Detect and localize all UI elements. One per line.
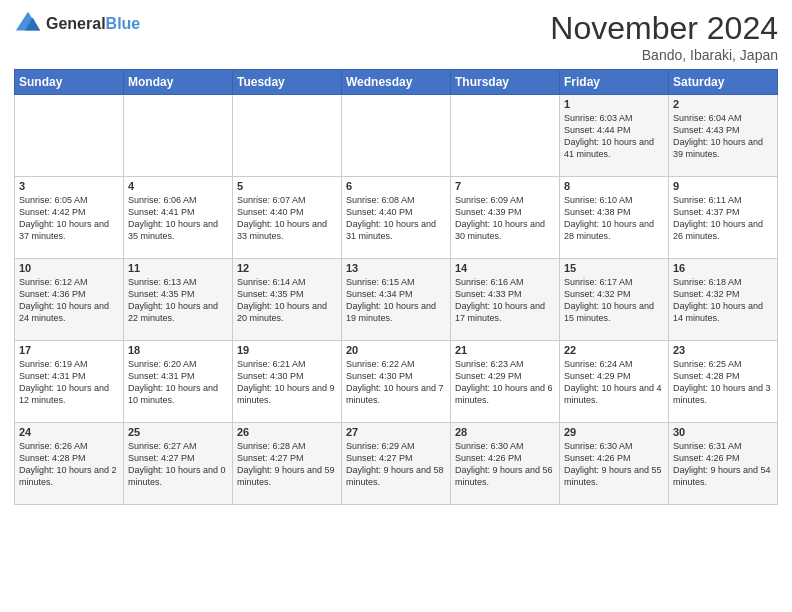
- day-info: Sunrise: 6:24 AM Sunset: 4:29 PM Dayligh…: [564, 358, 664, 407]
- day-number: 24: [19, 426, 119, 438]
- col-tuesday: Tuesday: [233, 70, 342, 95]
- day-info: Sunrise: 6:14 AM Sunset: 4:35 PM Dayligh…: [237, 276, 337, 325]
- logo-line2: Blue: [106, 15, 141, 32]
- cell-2-3: 13Sunrise: 6:15 AM Sunset: 4:34 PM Dayli…: [342, 259, 451, 341]
- col-sunday: Sunday: [15, 70, 124, 95]
- cell-0-0: [15, 95, 124, 177]
- day-number: 18: [128, 344, 228, 356]
- day-info: Sunrise: 6:04 AM Sunset: 4:43 PM Dayligh…: [673, 112, 773, 161]
- day-number: 27: [346, 426, 446, 438]
- day-info: Sunrise: 6:18 AM Sunset: 4:32 PM Dayligh…: [673, 276, 773, 325]
- cell-2-5: 15Sunrise: 6:17 AM Sunset: 4:32 PM Dayli…: [560, 259, 669, 341]
- day-number: 4: [128, 180, 228, 192]
- day-number: 7: [455, 180, 555, 192]
- cell-0-2: [233, 95, 342, 177]
- location: Bando, Ibaraki, Japan: [550, 47, 778, 63]
- day-info: Sunrise: 6:25 AM Sunset: 4:28 PM Dayligh…: [673, 358, 773, 407]
- week-row-4: 24Sunrise: 6:26 AM Sunset: 4:28 PM Dayli…: [15, 423, 778, 505]
- day-info: Sunrise: 6:23 AM Sunset: 4:29 PM Dayligh…: [455, 358, 555, 407]
- cell-1-4: 7Sunrise: 6:09 AM Sunset: 4:39 PM Daylig…: [451, 177, 560, 259]
- day-info: Sunrise: 6:07 AM Sunset: 4:40 PM Dayligh…: [237, 194, 337, 243]
- col-monday: Monday: [124, 70, 233, 95]
- day-info: Sunrise: 6:03 AM Sunset: 4:44 PM Dayligh…: [564, 112, 664, 161]
- page-container: GeneralBlue November 2024 Bando, Ibaraki…: [0, 0, 792, 515]
- cell-0-4: [451, 95, 560, 177]
- day-info: Sunrise: 6:06 AM Sunset: 4:41 PM Dayligh…: [128, 194, 228, 243]
- day-number: 16: [673, 262, 773, 274]
- day-number: 20: [346, 344, 446, 356]
- day-info: Sunrise: 6:10 AM Sunset: 4:38 PM Dayligh…: [564, 194, 664, 243]
- day-number: 28: [455, 426, 555, 438]
- day-number: 30: [673, 426, 773, 438]
- day-info: Sunrise: 6:08 AM Sunset: 4:40 PM Dayligh…: [346, 194, 446, 243]
- header: GeneralBlue November 2024 Bando, Ibaraki…: [14, 10, 778, 63]
- day-number: 23: [673, 344, 773, 356]
- day-info: Sunrise: 6:28 AM Sunset: 4:27 PM Dayligh…: [237, 440, 337, 489]
- week-row-2: 10Sunrise: 6:12 AM Sunset: 4:36 PM Dayli…: [15, 259, 778, 341]
- cell-1-1: 4Sunrise: 6:06 AM Sunset: 4:41 PM Daylig…: [124, 177, 233, 259]
- col-friday: Friday: [560, 70, 669, 95]
- day-info: Sunrise: 6:12 AM Sunset: 4:36 PM Dayligh…: [19, 276, 119, 325]
- col-thursday: Thursday: [451, 70, 560, 95]
- day-number: 25: [128, 426, 228, 438]
- day-info: Sunrise: 6:09 AM Sunset: 4:39 PM Dayligh…: [455, 194, 555, 243]
- day-number: 6: [346, 180, 446, 192]
- month-title: November 2024: [550, 10, 778, 47]
- day-number: 1: [564, 98, 664, 110]
- day-info: Sunrise: 6:17 AM Sunset: 4:32 PM Dayligh…: [564, 276, 664, 325]
- week-row-3: 17Sunrise: 6:19 AM Sunset: 4:31 PM Dayli…: [15, 341, 778, 423]
- day-number: 14: [455, 262, 555, 274]
- cell-4-3: 27Sunrise: 6:29 AM Sunset: 4:27 PM Dayli…: [342, 423, 451, 505]
- cell-1-0: 3Sunrise: 6:05 AM Sunset: 4:42 PM Daylig…: [15, 177, 124, 259]
- day-info: Sunrise: 6:29 AM Sunset: 4:27 PM Dayligh…: [346, 440, 446, 489]
- week-row-1: 3Sunrise: 6:05 AM Sunset: 4:42 PM Daylig…: [15, 177, 778, 259]
- cell-4-2: 26Sunrise: 6:28 AM Sunset: 4:27 PM Dayli…: [233, 423, 342, 505]
- logo: GeneralBlue: [14, 10, 140, 38]
- cell-2-4: 14Sunrise: 6:16 AM Sunset: 4:33 PM Dayli…: [451, 259, 560, 341]
- week-row-0: 1Sunrise: 6:03 AM Sunset: 4:44 PM Daylig…: [15, 95, 778, 177]
- day-number: 2: [673, 98, 773, 110]
- cell-2-6: 16Sunrise: 6:18 AM Sunset: 4:32 PM Dayli…: [669, 259, 778, 341]
- cell-1-3: 6Sunrise: 6:08 AM Sunset: 4:40 PM Daylig…: [342, 177, 451, 259]
- day-info: Sunrise: 6:15 AM Sunset: 4:34 PM Dayligh…: [346, 276, 446, 325]
- day-info: Sunrise: 6:05 AM Sunset: 4:42 PM Dayligh…: [19, 194, 119, 243]
- day-info: Sunrise: 6:20 AM Sunset: 4:31 PM Dayligh…: [128, 358, 228, 407]
- day-number: 13: [346, 262, 446, 274]
- cell-2-1: 11Sunrise: 6:13 AM Sunset: 4:35 PM Dayli…: [124, 259, 233, 341]
- cell-1-6: 9Sunrise: 6:11 AM Sunset: 4:37 PM Daylig…: [669, 177, 778, 259]
- cell-3-2: 19Sunrise: 6:21 AM Sunset: 4:30 PM Dayli…: [233, 341, 342, 423]
- day-number: 12: [237, 262, 337, 274]
- day-info: Sunrise: 6:11 AM Sunset: 4:37 PM Dayligh…: [673, 194, 773, 243]
- cell-0-3: [342, 95, 451, 177]
- day-number: 26: [237, 426, 337, 438]
- title-block: November 2024 Bando, Ibaraki, Japan: [550, 10, 778, 63]
- day-number: 21: [455, 344, 555, 356]
- day-info: Sunrise: 6:21 AM Sunset: 4:30 PM Dayligh…: [237, 358, 337, 407]
- day-info: Sunrise: 6:16 AM Sunset: 4:33 PM Dayligh…: [455, 276, 555, 325]
- cell-3-5: 22Sunrise: 6:24 AM Sunset: 4:29 PM Dayli…: [560, 341, 669, 423]
- day-number: 10: [19, 262, 119, 274]
- day-number: 9: [673, 180, 773, 192]
- day-number: 19: [237, 344, 337, 356]
- cell-3-3: 20Sunrise: 6:22 AM Sunset: 4:30 PM Dayli…: [342, 341, 451, 423]
- cell-2-2: 12Sunrise: 6:14 AM Sunset: 4:35 PM Dayli…: [233, 259, 342, 341]
- day-number: 29: [564, 426, 664, 438]
- cell-4-1: 25Sunrise: 6:27 AM Sunset: 4:27 PM Dayli…: [124, 423, 233, 505]
- cell-0-5: 1Sunrise: 6:03 AM Sunset: 4:44 PM Daylig…: [560, 95, 669, 177]
- cell-4-4: 28Sunrise: 6:30 AM Sunset: 4:26 PM Dayli…: [451, 423, 560, 505]
- day-number: 22: [564, 344, 664, 356]
- header-row: Sunday Monday Tuesday Wednesday Thursday…: [15, 70, 778, 95]
- cell-4-5: 29Sunrise: 6:30 AM Sunset: 4:26 PM Dayli…: [560, 423, 669, 505]
- cell-1-5: 8Sunrise: 6:10 AM Sunset: 4:38 PM Daylig…: [560, 177, 669, 259]
- logo-line1: General: [46, 15, 106, 32]
- cell-4-6: 30Sunrise: 6:31 AM Sunset: 4:26 PM Dayli…: [669, 423, 778, 505]
- cell-3-6: 23Sunrise: 6:25 AM Sunset: 4:28 PM Dayli…: [669, 341, 778, 423]
- cell-4-0: 24Sunrise: 6:26 AM Sunset: 4:28 PM Dayli…: [15, 423, 124, 505]
- cell-0-1: [124, 95, 233, 177]
- day-number: 17: [19, 344, 119, 356]
- col-saturday: Saturday: [669, 70, 778, 95]
- day-info: Sunrise: 6:31 AM Sunset: 4:26 PM Dayligh…: [673, 440, 773, 489]
- logo-text: GeneralBlue: [46, 15, 140, 33]
- day-info: Sunrise: 6:13 AM Sunset: 4:35 PM Dayligh…: [128, 276, 228, 325]
- day-number: 15: [564, 262, 664, 274]
